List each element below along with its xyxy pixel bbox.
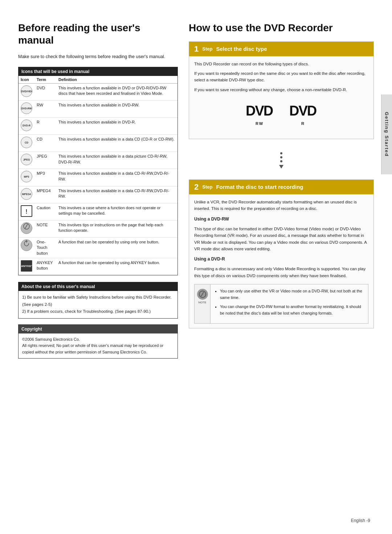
mpeg4-icon: MPEG4 [21, 188, 32, 200]
table-row: DVD-R R This involves a function availab… [19, 118, 177, 135]
table-row: MP3 MP3 This involves a function availab… [19, 169, 177, 186]
def-cell: This involves a function available in a … [56, 186, 177, 203]
dots-separator [189, 149, 374, 172]
about-box: About the use of this user's manual 1) B… [18, 282, 178, 319]
copyright-line: ©2006 Samsung Electronics Co. [22, 336, 174, 343]
anykey-icon: ANYKEY [21, 260, 32, 272]
term-cell: CD [34, 135, 56, 152]
icon-cell [19, 220, 34, 237]
about-header: About the use of this user's manual [19, 282, 177, 291]
copyright-content: ©2006 Samsung Electronics Co.All rights … [19, 333, 177, 359]
note-box: NOTE You can only use either the VR or V… [194, 284, 368, 323]
step2-num: 2 [194, 182, 199, 192]
mp3-icon: MP3 [21, 171, 32, 182]
step1-box: 1 Step Select the disc type This DVD Rec… [189, 41, 374, 139]
note-svg-icon [199, 290, 207, 298]
about-item: 2) If a problem occurs, check for Troubl… [22, 308, 174, 315]
intro-text: Make sure to check the following terms b… [18, 53, 178, 60]
jpeg-icon: JPEG [21, 154, 32, 165]
arrow-down [279, 165, 283, 169]
icon-cell [19, 237, 34, 258]
step2-word: Step [202, 184, 212, 190]
term-cell: NOTE [34, 220, 56, 237]
table-row: JPEG JPEG This involves a function avail… [19, 152, 177, 169]
term-cell: DVD [34, 83, 56, 100]
icon-cell: ANYKEY [19, 258, 34, 275]
step2-box: 2 Step Format the disc to start recordin… [189, 179, 374, 328]
term-cell: MP3 [34, 169, 56, 186]
table-row: MPEG4 MPEG4 This involves a function ava… [19, 186, 177, 203]
icon-cell: CD [19, 135, 34, 152]
note-label: NOTE [197, 300, 208, 305]
using-r-text: Formatting a disc is unnecessary and onl… [194, 266, 368, 279]
step2-header: 2 Step Format the disc to start recordin… [189, 180, 373, 194]
dvd-rw-icon: DVD-RW [21, 102, 32, 114]
step1-word: Step [202, 46, 212, 52]
term-cell: One-Touch button [34, 237, 56, 258]
table-row: DVD/VIDEO DVD This involves a function a… [19, 83, 177, 100]
dvd-r-logo: DVD R [289, 102, 318, 127]
dvd-r-icon: DVD-R [21, 120, 32, 131]
dvd-r-label: R [289, 121, 318, 127]
icons-table: Icon Term Definition DVD/VIDEO DVD This … [19, 76, 177, 275]
step1-p1: This DVD Recorder can record on the foll… [194, 61, 368, 67]
icons-table-box: Icons that will be used in manual Icon T… [18, 67, 178, 275]
icon-cell: JPEG [19, 152, 34, 169]
table-row: DVD-RW RW This involves a function avail… [19, 101, 177, 118]
def-cell: This involves a function available in a … [56, 152, 177, 169]
onetouch-icon [21, 239, 32, 251]
using-rw-head: Using a DVD-RW [194, 216, 368, 223]
table-row: ANYKEY ANYKEY button A function that can… [19, 258, 177, 275]
dvd-rw-logo: DVD RW [245, 102, 274, 127]
svg-text:DVD: DVD [246, 103, 273, 118]
about-item: 1) Be sure to be familiar with Safety In… [22, 294, 174, 308]
left-column: Before reading the user's manual Make su… [18, 22, 178, 519]
col-term: Term [34, 76, 56, 84]
svg-text:DVD: DVD [289, 103, 317, 118]
def-cell: This involves a function available in a … [56, 135, 177, 152]
right-column: How to use the DVD Recorder 1 Step Selec… [189, 22, 374, 519]
dvd-logos: DVD RW DVD R [194, 98, 368, 131]
note-text-area: You can only use either the VR or Video … [211, 284, 368, 323]
step1-content: This DVD Recorder can record on the foll… [189, 56, 373, 139]
term-cell: JPEG [34, 152, 56, 169]
caution-icon: ! [21, 205, 32, 217]
step1-p2: If you want to repeatedly record on the … [194, 70, 368, 84]
step1-header: 1 Step Select the disc type [189, 42, 373, 56]
icon-cell: DVD-RW [19, 101, 34, 118]
term-cell: Caution [34, 203, 56, 220]
right-title: How to use the DVD Recorder [189, 22, 374, 34]
def-cell: A function that can be operated by using… [56, 237, 177, 258]
copyright-header: Copyright [19, 325, 177, 333]
icon-cell: DVD-R [19, 118, 34, 135]
term-cell: MPEG4 [34, 186, 56, 203]
cd-icon: CD [21, 137, 32, 148]
col-definition: Definition [56, 76, 177, 84]
term-cell: R [34, 118, 56, 135]
def-cell: This involves a function available in DV… [56, 118, 177, 135]
col-icon: Icon [19, 76, 34, 84]
note-icon [21, 222, 32, 234]
def-cell: This involves a function available in DV… [56, 83, 177, 100]
using-r-head: Using a DVD-R [194, 256, 368, 263]
dvd-video-icon: DVD/VIDEO [21, 85, 32, 97]
left-title: Before reading the user's manual [18, 22, 178, 46]
dot3 [280, 160, 282, 162]
note-bullet: You can change the DVD-RW format to anot… [220, 304, 364, 316]
table-row: CD CD This involves a function available… [19, 135, 177, 152]
term-cell: RW [34, 101, 56, 118]
copyright-line: All rights reserved; No part or whole of… [22, 343, 174, 355]
step1-p3: If you want to save recording without an… [194, 86, 368, 93]
dot1 [280, 152, 282, 154]
note-bullet: You can only use either the VR or Video … [220, 288, 364, 301]
side-tab: Getting Started [381, 94, 392, 174]
dvd-rw-label: RW [245, 121, 274, 127]
svg-line-1 [25, 224, 28, 228]
dvd-r-svg: DVD [289, 102, 318, 120]
icons-table-header: Icons that will be used in manual [19, 67, 177, 76]
dot2 [280, 156, 282, 158]
step2-title: Format the disc to start recording [216, 184, 303, 190]
step2-intro: Unlike a VCR, the DVD Recorder automatic… [194, 199, 368, 212]
icon-cell: DVD/VIDEO [19, 83, 34, 100]
step2-content: Unlike a VCR, the DVD Recorder automatic… [189, 194, 373, 328]
